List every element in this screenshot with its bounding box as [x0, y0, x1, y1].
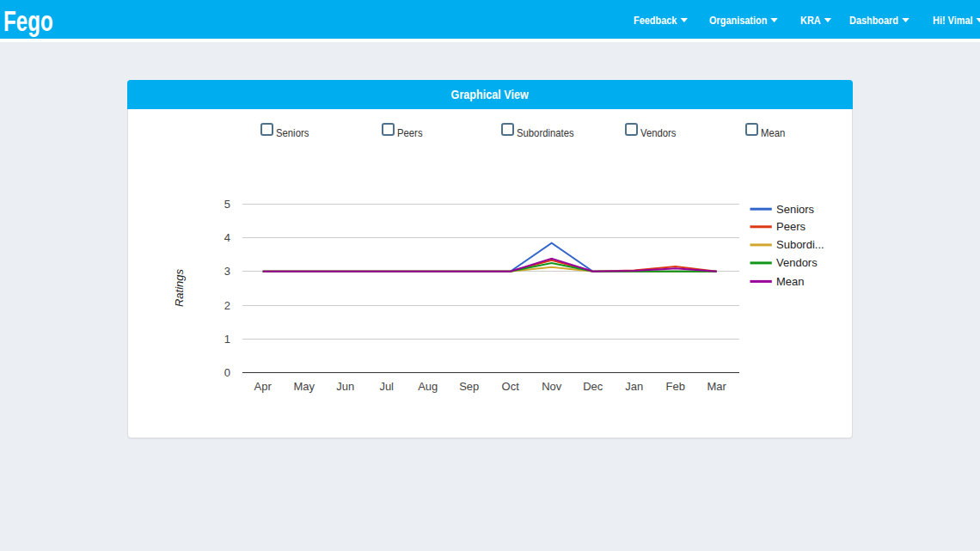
svg-text:3: 3: [224, 265, 230, 278]
svg-text:Jul: Jul: [379, 380, 394, 393]
svg-text:May: May: [293, 380, 315, 393]
svg-text:2: 2: [224, 299, 230, 312]
svg-text:4: 4: [224, 231, 230, 244]
svg-text:Mar: Mar: [707, 380, 727, 393]
svg-text:Dec: Dec: [583, 380, 603, 393]
svg-text:Ratings: Ratings: [173, 268, 186, 307]
svg-text:Nov: Nov: [542, 380, 562, 393]
svg-text:Vendors: Vendors: [776, 256, 818, 269]
svg-text:5: 5: [224, 198, 230, 211]
svg-text:Feb: Feb: [665, 380, 684, 393]
svg-text:0: 0: [224, 366, 230, 379]
svg-text:Oct: Oct: [502, 380, 520, 393]
svg-text:Mean: Mean: [776, 275, 805, 288]
svg-text:Seniors: Seniors: [776, 203, 815, 216]
svg-text:1: 1: [224, 333, 230, 346]
svg-text:Jan: Jan: [625, 380, 643, 393]
svg-text:Aug: Aug: [418, 380, 438, 393]
svg-text:Apr: Apr: [254, 380, 273, 393]
svg-text:Sep: Sep: [459, 380, 479, 393]
svg-text:Jun: Jun: [336, 380, 354, 393]
svg-text:Peers: Peers: [776, 220, 805, 233]
svg-text:Subordi...: Subordi...: [776, 238, 824, 251]
